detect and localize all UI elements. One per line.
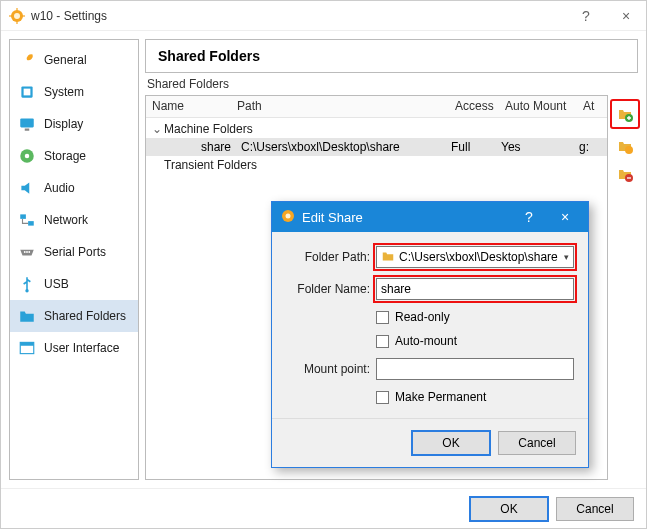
sidebar-item-label: System (44, 85, 84, 99)
col-name[interactable]: Name (146, 96, 231, 117)
svg-point-17 (25, 289, 28, 292)
dialog-footer: OK Cancel (272, 418, 588, 467)
sidebar-item-label: Shared Folders (44, 309, 126, 323)
svg-point-1 (14, 13, 20, 19)
action-rail (612, 95, 638, 480)
make-permanent-label: Make Permanent (395, 390, 486, 404)
svg-rect-8 (20, 118, 34, 127)
svg-rect-19 (20, 342, 34, 345)
dialog-titlebar: Edit Share ? × (272, 202, 588, 232)
share-name: share (195, 140, 235, 154)
sidebar-item-audio[interactable]: Audio (10, 172, 138, 204)
svg-point-15 (26, 251, 28, 253)
dialog-body: Folder Path: C:\Users\xboxl\Desktop\shar… (272, 232, 588, 410)
help-button[interactable]: ? (566, 1, 606, 30)
sidebar-item-storage[interactable]: Storage (10, 140, 138, 172)
svg-rect-12 (20, 214, 26, 219)
col-access[interactable]: Access (449, 96, 499, 117)
auto-mount-checkbox-row[interactable]: Auto-mount (376, 334, 574, 348)
sidebar-item-network[interactable]: Network (10, 204, 138, 236)
dialog-cancel-button[interactable]: Cancel (498, 431, 576, 455)
folder-name-value: share (381, 282, 411, 296)
add-share-highlight (610, 99, 640, 129)
edit-share-dialog: Edit Share ? × Folder Path: C:\Users\xbo… (271, 201, 589, 468)
svg-rect-7 (24, 89, 31, 96)
window-title: w10 - Settings (31, 9, 566, 23)
group-transient-folders[interactable]: Transient Folders (146, 156, 607, 174)
chip-icon (18, 83, 36, 101)
tree: ⌄ Machine Folders share C:\Users\xboxl\D… (146, 118, 607, 176)
read-only-checkbox[interactable] (376, 311, 389, 324)
sidebar-item-usb[interactable]: USB (10, 268, 138, 300)
mount-point-input[interactable] (376, 358, 574, 380)
window-body: General System Display Storage Audio Net… (1, 31, 646, 488)
expand-icon[interactable] (150, 158, 164, 172)
sidebar-item-label: Display (44, 117, 83, 131)
folder-icon (18, 307, 36, 325)
folder-name-label: Folder Name: (286, 282, 370, 296)
speaker-icon (18, 179, 36, 197)
ui-icon (18, 339, 36, 357)
auto-mount-label: Auto-mount (395, 334, 457, 348)
add-share-button[interactable] (614, 103, 636, 125)
group-label: Transient Folders (164, 158, 257, 172)
sidebar-item-label: General (44, 53, 87, 67)
col-at[interactable]: At (577, 96, 607, 117)
usb-icon (18, 275, 36, 293)
ok-button[interactable]: OK (470, 497, 548, 521)
wrench-icon (18, 51, 36, 69)
svg-point-11 (25, 154, 30, 159)
section-label: Shared Folders (145, 77, 638, 91)
sidebar-item-system[interactable]: System (10, 76, 138, 108)
sidebar-item-shared-folders[interactable]: Shared Folders (10, 300, 138, 332)
page-title: Shared Folders (145, 39, 638, 73)
group-label: Machine Folders (164, 122, 253, 136)
sidebar-item-label: Storage (44, 149, 86, 163)
close-button[interactable]: × (606, 1, 646, 30)
group-machine-folders[interactable]: ⌄ Machine Folders (146, 120, 607, 138)
sidebar: General System Display Storage Audio Net… (9, 39, 139, 480)
network-icon (18, 211, 36, 229)
serial-icon (18, 243, 36, 261)
chevron-down-icon[interactable]: ▾ (564, 252, 569, 262)
cancel-button[interactable]: Cancel (556, 497, 634, 521)
sidebar-item-label: USB (44, 277, 69, 291)
grid-header: Name Path Access Auto Mount At (146, 96, 607, 118)
dialog-close-button[interactable]: × (550, 209, 580, 225)
sidebar-item-ui[interactable]: User Interface (10, 332, 138, 364)
mount-point-label: Mount point: (286, 362, 370, 376)
make-permanent-checkbox-row[interactable]: Make Permanent (376, 390, 574, 404)
share-row[interactable]: share C:\Users\xboxl\Desktop\share Full … (146, 138, 607, 156)
col-path[interactable]: Path (231, 96, 449, 117)
share-access: Full (445, 140, 495, 154)
remove-share-button[interactable] (614, 163, 636, 185)
share-auto: Yes (495, 140, 573, 154)
folder-path-combo[interactable]: C:\Users\xboxl\Desktop\share ▾ (376, 246, 574, 268)
window-footer: OK Cancel (1, 488, 646, 528)
col-auto-mount[interactable]: Auto Mount (499, 96, 577, 117)
folder-icon (381, 249, 395, 266)
settings-window: w10 - Settings ? × General System Displa… (0, 0, 647, 529)
sidebar-item-serial[interactable]: Serial Ports (10, 236, 138, 268)
sidebar-item-label: Serial Ports (44, 245, 106, 259)
dialog-title: Edit Share (302, 210, 508, 225)
read-only-checkbox-row[interactable]: Read-only (376, 310, 574, 324)
share-path: C:\Users\xboxl\Desktop\share (235, 140, 445, 154)
expand-icon[interactable]: ⌄ (150, 122, 164, 136)
auto-mount-checkbox[interactable] (376, 335, 389, 348)
dialog-ok-button[interactable]: OK (412, 431, 490, 455)
sidebar-item-display[interactable]: Display (10, 108, 138, 140)
svg-point-24 (286, 213, 291, 218)
make-permanent-checkbox[interactable] (376, 391, 389, 404)
edit-share-button[interactable] (614, 135, 636, 157)
dialog-help-button[interactable]: ? (514, 209, 544, 225)
sidebar-item-general[interactable]: General (10, 44, 138, 76)
svg-point-16 (28, 251, 30, 253)
sidebar-item-label: Network (44, 213, 88, 227)
monitor-icon (18, 115, 36, 133)
svg-point-21 (625, 146, 633, 154)
disk-icon (18, 147, 36, 165)
read-only-label: Read-only (395, 310, 450, 324)
folder-name-input[interactable]: share (376, 278, 574, 300)
folder-path-label: Folder Path: (286, 250, 370, 264)
